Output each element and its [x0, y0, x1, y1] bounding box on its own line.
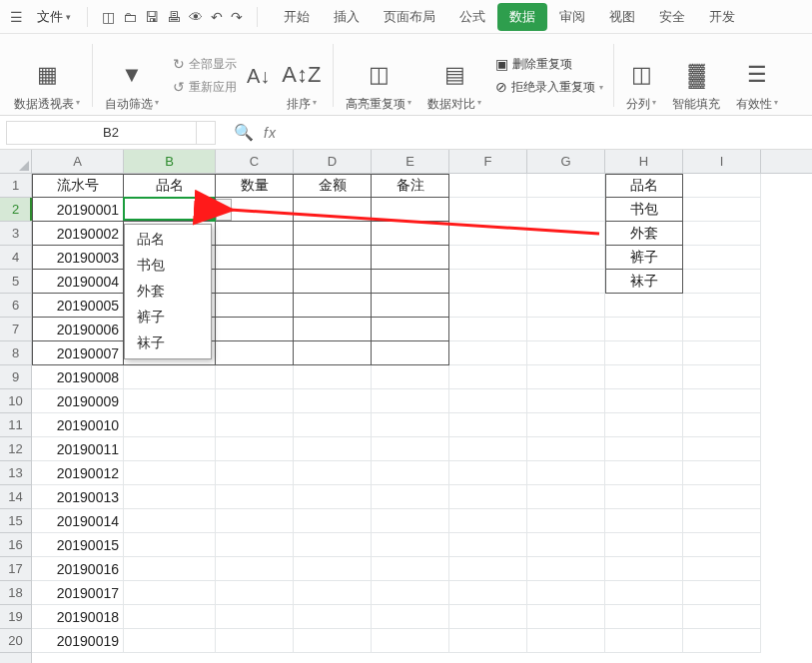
cell[interactable]	[216, 318, 294, 341]
row-header[interactable]: 5	[0, 270, 31, 294]
row-header[interactable]: 9	[0, 365, 31, 389]
name-box[interactable]: B2	[6, 121, 216, 145]
cell[interactable]	[372, 318, 449, 341]
row-header[interactable]: 19	[0, 605, 31, 629]
cell[interactable]: 外套	[605, 222, 683, 246]
cell[interactable]	[683, 270, 761, 294]
cell[interactable]	[527, 294, 605, 318]
cell[interactable]: 20190016	[32, 557, 124, 581]
cell[interactable]	[372, 389, 449, 413]
cell[interactable]: 20190017	[32, 581, 124, 605]
cell[interactable]: 裤子	[605, 246, 683, 270]
cell[interactable]	[527, 629, 605, 653]
cell[interactable]	[527, 533, 605, 557]
cell[interactable]	[216, 485, 294, 509]
cell[interactable]: 金额	[294, 174, 372, 198]
ribbon-tab[interactable]: 开始	[272, 3, 322, 31]
cell[interactable]	[683, 174, 761, 198]
cell[interactable]: 20190011	[32, 437, 124, 461]
cell[interactable]	[683, 246, 761, 270]
cell[interactable]	[449, 174, 527, 198]
cell[interactable]	[294, 557, 372, 581]
cell[interactable]	[294, 389, 372, 413]
cell[interactable]	[216, 605, 294, 629]
cell[interactable]	[449, 437, 527, 461]
cell[interactable]	[527, 485, 605, 509]
cell[interactable]	[527, 222, 605, 246]
column-header[interactable]: A	[32, 150, 124, 173]
cell[interactable]	[449, 198, 527, 222]
cell[interactable]	[294, 461, 372, 485]
cell[interactable]	[449, 389, 527, 413]
cell[interactable]	[683, 318, 761, 341]
row-header[interactable]: 13	[0, 461, 31, 485]
ribbon-tab[interactable]: 视图	[597, 3, 647, 31]
cell[interactable]	[605, 629, 683, 653]
cell[interactable]	[372, 533, 449, 557]
cell[interactable]	[294, 222, 372, 246]
cell[interactable]: 20190003	[32, 246, 124, 270]
ribbon-tab[interactable]: 页面布局	[372, 3, 447, 31]
cell[interactable]: 品名	[605, 174, 683, 198]
text-to-columns-button[interactable]: ◫ 分列▾	[618, 38, 664, 113]
cell[interactable]	[683, 629, 761, 653]
cell[interactable]	[372, 413, 449, 437]
cell[interactable]	[124, 389, 216, 413]
cell[interactable]	[124, 509, 216, 533]
cell[interactable]	[605, 581, 683, 605]
cell[interactable]	[294, 198, 372, 222]
column-header[interactable]: G	[527, 150, 605, 173]
cell[interactable]	[216, 389, 294, 413]
cell[interactable]: 20190010	[32, 413, 124, 437]
cell[interactable]: 流水号	[32, 174, 124, 198]
cell[interactable]	[527, 270, 605, 294]
menu-icon[interactable]: ☰	[6, 9, 27, 25]
pivot-table-button[interactable]: ▦ 数据透视表▾	[6, 38, 88, 113]
cell[interactable]: 20190004	[32, 270, 124, 294]
new-icon[interactable]: ◫	[102, 9, 115, 25]
row-header[interactable]: 17	[0, 557, 31, 581]
cell[interactable]	[605, 341, 683, 365]
cell[interactable]	[605, 533, 683, 557]
dropdown-option[interactable]: 外套	[125, 279, 211, 305]
file-menu[interactable]: 文件 ▾	[31, 6, 77, 28]
cell[interactable]	[216, 629, 294, 653]
cell[interactable]	[216, 461, 294, 485]
cell[interactable]	[124, 581, 216, 605]
cell[interactable]	[216, 581, 294, 605]
cell[interactable]	[605, 485, 683, 509]
search-fx-icon[interactable]: 🔍	[234, 123, 254, 142]
cell[interactable]	[216, 246, 294, 270]
preview-icon[interactable]: 👁	[189, 9, 203, 25]
cell[interactable]: 20190019	[32, 629, 124, 653]
cell[interactable]: 20190009	[32, 389, 124, 413]
cell[interactable]	[294, 318, 372, 341]
column-header[interactable]: H	[605, 150, 683, 173]
row-header[interactable]: 12	[0, 437, 31, 461]
cell[interactable]	[124, 557, 216, 581]
cell[interactable]	[372, 629, 449, 653]
cell[interactable]	[449, 485, 527, 509]
row-header[interactable]: 4	[0, 246, 31, 270]
cell[interactable]	[294, 365, 372, 389]
cell[interactable]	[683, 605, 761, 629]
cell[interactable]	[124, 485, 216, 509]
cell[interactable]	[449, 222, 527, 246]
row-header[interactable]: 1	[0, 174, 31, 198]
cell[interactable]	[683, 461, 761, 485]
row-header[interactable]: 8	[0, 341, 31, 365]
cell[interactable]	[449, 605, 527, 629]
cell[interactable]	[683, 437, 761, 461]
cell[interactable]: 数量	[216, 174, 294, 198]
row-header[interactable]: 20	[0, 629, 31, 653]
cell[interactable]	[683, 581, 761, 605]
cell[interactable]	[294, 533, 372, 557]
sort-asc-icon[interactable]: A↓	[247, 59, 270, 93]
cell[interactable]	[294, 413, 372, 437]
row-header[interactable]: 14	[0, 485, 31, 509]
cell[interactable]	[527, 174, 605, 198]
row-header[interactable]: 7	[0, 318, 31, 341]
print-icon[interactable]: 🖶	[167, 9, 181, 25]
ribbon-tab[interactable]: 开发	[697, 3, 747, 31]
column-header[interactable]: D	[294, 150, 372, 173]
